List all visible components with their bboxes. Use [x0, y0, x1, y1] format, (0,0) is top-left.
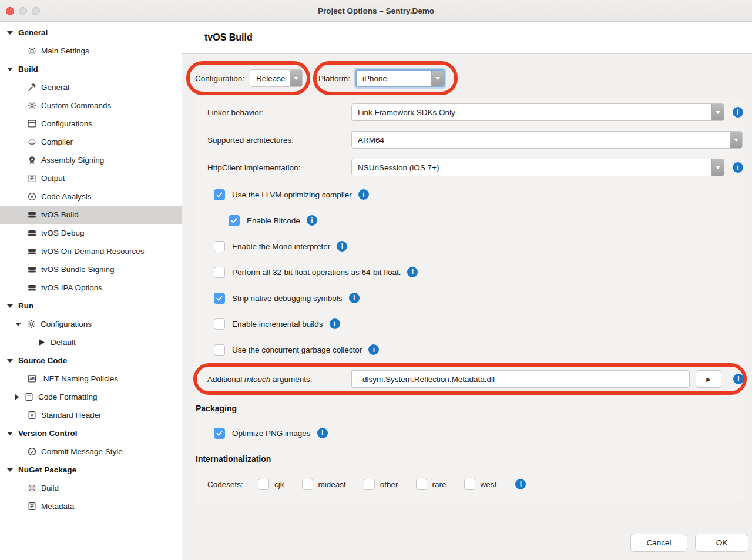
configuration-label: Configuration:: [195, 74, 244, 83]
chevron-down-icon[interactable]: [15, 323, 21, 326]
sidebar-item-tvos-bundle-signing[interactable]: tvOS Bundle Signing: [0, 260, 182, 279]
mtouch-label-italic: mtouch: [244, 375, 270, 384]
sidebar-item-assembly-signing[interactable]: Assembly Signing: [0, 151, 182, 169]
gear-icon: [27, 46, 37, 56]
platform-label: Platform:: [318, 74, 350, 83]
sidebar-item-label: NuGet Package: [18, 465, 76, 474]
chevron-down-icon[interactable]: [7, 432, 13, 435]
sidebar-item-tvos-on-demand-resources[interactable]: tvOS On-Demand Resources: [0, 242, 182, 260]
sidebar-item-code-analysis[interactable]: Code Analysis: [0, 187, 182, 206]
chevron-down-icon[interactable]: [7, 304, 13, 308]
sidebar-item-build[interactable]: Build: [0, 60, 182, 78]
mtouch-label-prefix: Additional: [207, 375, 244, 384]
zoom-button[interactable]: [32, 7, 40, 15]
sidebar-item-main-settings[interactable]: Main Settings: [0, 42, 182, 60]
perform-all-32-bit-float-operations-as-64-bit-float-checkbox[interactable]: [214, 267, 225, 278]
sidebar-item-tvos-build[interactable]: tvOS Build: [0, 206, 182, 224]
sidebar-item-source-code[interactable]: Source Code: [0, 351, 182, 370]
sidebar-item-commit-message-style[interactable]: Commit Message Style: [0, 442, 182, 461]
sidebar-item-code-formatting[interactable]: Code Formatting: [0, 388, 182, 406]
info-icon[interactable]: i: [733, 162, 743, 173]
info-icon[interactable]: i: [733, 107, 743, 118]
codeset-west-checkbox[interactable]: [464, 479, 475, 490]
strip-native-debugging-symbols-checkbox[interactable]: [214, 293, 225, 304]
checkbox-label: Strip native debugging symbols: [232, 294, 343, 303]
info-icon[interactable]: i: [307, 215, 317, 226]
sidebar-item-label: Run: [18, 301, 33, 310]
sidebar-item-configurations[interactable]: Configurations: [0, 115, 182, 133]
use-the-concurrent-garbage-collector-checkbox[interactable]: [214, 344, 225, 356]
enable-bitcode-checkbox[interactable]: [229, 215, 240, 226]
window-controls: [6, 0, 40, 22]
sidebar-item-compiler[interactable]: Compiler: [0, 133, 182, 151]
use-the-llvm-optimizing-compiler-row: Use the LLVM optimizing compileri: [214, 189, 744, 200]
info-icon[interactable]: i: [337, 241, 347, 252]
row-label: Supported architectures:: [207, 136, 351, 145]
codeset-other: other: [364, 479, 398, 490]
sidebar-item-general[interactable]: General: [0, 78, 182, 96]
codeset-mideast-checkbox[interactable]: [302, 479, 313, 490]
info-icon[interactable]: i: [407, 267, 418, 277]
cancel-button[interactable]: Cancel: [630, 534, 687, 552]
sidebar-item-build[interactable]: Build: [0, 479, 182, 497]
info-icon[interactable]: i: [358, 189, 369, 200]
sidebar-item-run[interactable]: Run: [0, 297, 182, 315]
sidebar-item-label: Build: [18, 65, 38, 73]
info-icon[interactable]: i: [733, 374, 744, 384]
build-options-groupbox: Linker behavior:Link Framework SDKs Only…: [194, 98, 744, 502]
codeset-rare-checkbox[interactable]: [416, 479, 427, 490]
linker-behavior-dropdown[interactable]: Link Framework SDKs Only: [351, 103, 724, 121]
sidebar-item-custom-commands[interactable]: Custom Commands: [0, 96, 182, 115]
httpclient-implementation-dropdown[interactable]: NSUrlSession (iOS 7+): [351, 159, 724, 176]
enable-incremental-builds-checkbox[interactable]: [214, 318, 225, 330]
sidebar-item-label: Custom Commands: [41, 101, 111, 110]
close-button[interactable]: [6, 7, 14, 15]
checkbox-label: Use the LLVM optimizing compiler: [232, 190, 352, 199]
use-the-llvm-optimizing-compiler-checkbox[interactable]: [214, 189, 225, 200]
platform-dropdown[interactable]: iPhone: [355, 69, 445, 87]
codeset-other-checkbox[interactable]: [364, 479, 375, 490]
optimize-png-checkbox[interactable]: [214, 428, 225, 439]
codeset-cjk: cjk: [258, 479, 284, 490]
sidebar-item-tvos-debug[interactable]: tvOS Debug: [0, 224, 182, 242]
codeset-rare: rare: [416, 479, 446, 490]
gear-icon: [27, 483, 37, 493]
configuration-dropdown[interactable]: Release: [250, 69, 303, 87]
info-icon[interactable]: i: [349, 293, 360, 303]
main-panel: tvOS Build Configuration: Release Platfo…: [182, 22, 752, 560]
info-icon[interactable]: i: [368, 344, 379, 355]
mtouch-arguments-input[interactable]: [351, 370, 690, 388]
enable-bitcode-row: Enable Bitcodei: [229, 214, 744, 226]
info-icon[interactable]: i: [330, 318, 340, 329]
enable-the-mono-interpreter-checkbox[interactable]: [214, 241, 225, 252]
codesets-row: Codesets: cjkmideastotherrarewest i: [207, 478, 744, 490]
gear-icon: [27, 100, 37, 110]
codeset-west: west: [464, 479, 497, 490]
info-icon[interactable]: i: [515, 479, 526, 489]
chevron-right-icon[interactable]: [15, 394, 19, 400]
info-icon[interactable]: i: [317, 428, 328, 438]
chevron-down-icon[interactable]: [7, 359, 13, 363]
sidebar-item-output[interactable]: Output: [0, 169, 182, 187]
hash-document-icon: #: [27, 410, 37, 420]
codeset-cjk-checkbox[interactable]: [258, 479, 269, 490]
sidebar-item-nuget-package[interactable]: NuGet Package: [0, 461, 182, 479]
supported-architectures-dropdown[interactable]: ARM64: [351, 131, 743, 149]
chevron-down-icon[interactable]: [7, 68, 13, 71]
ok-button[interactable]: OK: [695, 534, 748, 552]
sidebar-item-standard-header[interactable]: #Standard Header: [0, 406, 182, 424]
sidebar-item-version-control[interactable]: Version Control: [0, 424, 182, 442]
sidebar-item-default[interactable]: Default: [0, 333, 182, 351]
sidebar-item-net-naming-policies[interactable]: AB.NET Naming Policies: [0, 370, 182, 388]
chevron-down-icon[interactable]: [7, 31, 13, 35]
minimize-button[interactable]: [19, 7, 27, 15]
mtouch-expand-button[interactable]: ▶: [696, 370, 721, 388]
sidebar-item-metadata[interactable]: Metadata: [0, 497, 182, 515]
httpclient-implementation-row: HttpClient implementation:NSUrlSession (…: [207, 159, 744, 176]
sidebar-item-general[interactable]: General: [0, 24, 182, 42]
sidebar-item-configurations[interactable]: Configurations: [0, 315, 182, 333]
perform-all-32-bit-float-operations-as-64-bit-float-row: Perform all 32-bit float operations as 6…: [214, 266, 744, 278]
sidebar-item-tvos-ipa-options[interactable]: tvOS IPA Options: [0, 279, 182, 297]
chevron-down-icon[interactable]: [7, 468, 13, 472]
checkbox-label: Optimize PNG images: [232, 429, 311, 438]
